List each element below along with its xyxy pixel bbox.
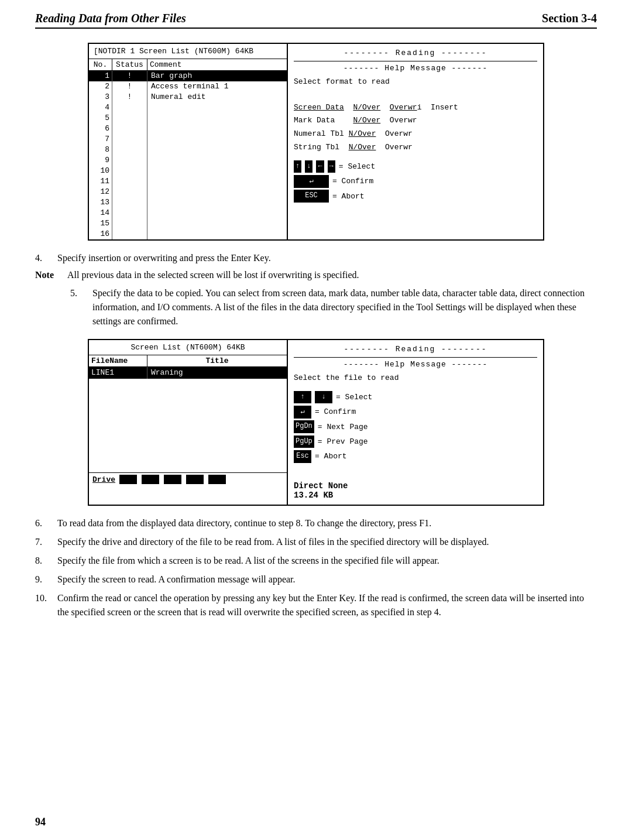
- right-key-icon: →: [328, 160, 335, 173]
- page-number: 94: [35, 816, 46, 828]
- screen2-header: Screen List (NT600M) 64KB: [89, 340, 287, 355]
- screen1-row: 3 ! Numeral edit: [89, 92, 287, 102]
- esc-key-icon: ESC: [294, 190, 329, 203]
- row-no: 10: [89, 166, 112, 176]
- step-num: 8.: [35, 554, 53, 568]
- step-num: 9.: [35, 572, 53, 587]
- step-text: To read data from the displayed data dir…: [57, 516, 431, 530]
- screen1-rows: 1 ! Bar graph 2 ! Access terminal 1 3 ! …: [89, 71, 287, 239]
- screen2-empty-rows: [89, 379, 287, 472]
- screen2-left-panel: Screen List (NT600M) 64KB FileName Title…: [89, 340, 288, 505]
- row-no: 12: [89, 187, 112, 197]
- bottom-step: 9. Specify the screen to read. A confirm…: [35, 572, 597, 587]
- row-comment: [147, 102, 287, 113]
- down-key-icon: ↓: [305, 160, 312, 173]
- screen-data-label: Screen Data: [294, 103, 344, 112]
- row-status: !: [112, 71, 147, 81]
- step-text: Specify the drive and directory of the f…: [57, 535, 489, 549]
- row-no: 7: [89, 134, 112, 145]
- key-icon: ↑: [294, 391, 311, 404]
- key-desc: = Select: [336, 390, 372, 404]
- row-status: [112, 197, 147, 208]
- drive-btn5[interactable]: [208, 475, 226, 484]
- enter-key-icon: ↵: [294, 175, 329, 188]
- screen1-right-panel: -------- Reading -------- ------- Help M…: [288, 44, 543, 239]
- abort-desc: = Abort: [332, 190, 365, 203]
- select-file-label: Select the file to read: [294, 372, 537, 385]
- drive-btn3[interactable]: [164, 475, 181, 484]
- drive-btn4[interactable]: [186, 475, 204, 484]
- step5-num: 5.: [70, 286, 88, 328]
- step-text: Specify the screen to read. A confirmati…: [57, 572, 296, 587]
- row-comment: [147, 166, 287, 176]
- row-comment: [147, 197, 287, 208]
- page-container: Reading Data from Other Files Section 3-…: [0, 0, 632, 840]
- drive-label: Drive: [92, 475, 116, 484]
- row-no: 8: [89, 145, 112, 155]
- format-line-2: Mark Data N/Over Overwr: [294, 115, 537, 127]
- row-comment: [147, 229, 287, 239]
- row-comment: [147, 208, 287, 218]
- row-no: 14: [89, 208, 112, 218]
- key-desc: = Abort: [315, 450, 347, 463]
- step4: 4. Specify insertion or overwriting and …: [35, 251, 597, 265]
- page-title: Reading Data from Other Files: [35, 12, 186, 25]
- key-icon: ↓: [315, 391, 332, 404]
- nover4-label: N/Over: [349, 143, 376, 152]
- key-row: PgUp = Prev Page: [294, 435, 537, 448]
- screen2-cols: FileName Title: [89, 355, 287, 367]
- key-row: ↑↓ = Select: [294, 390, 537, 404]
- note: Note All previous data in the selected s…: [35, 270, 597, 280]
- row-comment: Numeral edit: [147, 92, 287, 102]
- screen1-key-section: ↑↓←→ = Select ↵ = Confirm ESC = Abort: [294, 160, 537, 203]
- screen1-right-title: -------- Reading --------: [294, 49, 537, 57]
- row-status: [112, 229, 147, 239]
- row-comment: [147, 155, 287, 166]
- key-row-abort: ESC = Abort: [294, 190, 537, 203]
- step-num: 6.: [35, 516, 53, 530]
- screen1-cols: No. Status Comment: [89, 59, 287, 71]
- cell-filename: LINE1: [89, 367, 147, 379]
- left-key-icon: ←: [316, 160, 324, 173]
- row-comment: [147, 113, 287, 124]
- row-no: 4: [89, 102, 112, 113]
- row-comment: Access terminal 1: [147, 81, 287, 92]
- screen1-row: 5: [89, 113, 287, 124]
- key-desc: = Next Page: [318, 420, 368, 434]
- screen1-row: 7: [89, 134, 287, 145]
- screen2-help-msg: ------- Help Message -------: [294, 360, 537, 369]
- screen2-key-section: ↑↓ = Select↵ = ConfirmPgDn = Next PagePg…: [294, 390, 537, 464]
- row-status: [112, 102, 147, 113]
- nover3-label: N/Over: [349, 129, 376, 138]
- format-line-4: String Tbl N/Over Overwr: [294, 142, 537, 154]
- col-filename-label: FileName: [89, 355, 147, 366]
- step4-text: Specify insertion or overwriting and pre…: [57, 251, 271, 265]
- row-status: !: [112, 81, 147, 92]
- bottom-step: 6. To read data from the displayed data …: [35, 516, 597, 530]
- screen1-row: 2 ! Access terminal 1: [89, 81, 287, 92]
- screen1-row: 9: [89, 155, 287, 166]
- confirm-desc: = Confirm: [332, 174, 373, 188]
- section-label: Section 3-4: [542, 12, 597, 25]
- col-no-label: No.: [89, 59, 112, 70]
- page-header: Reading Data from Other Files Section 3-…: [35, 12, 597, 29]
- screen1-row: 14: [89, 208, 287, 218]
- row-comment: [147, 134, 287, 145]
- row-comment: [147, 218, 287, 229]
- col-title-label: Title: [147, 355, 287, 366]
- key-icon: Esc: [294, 450, 311, 463]
- key-icon: PgUp: [294, 436, 314, 448]
- screen1: [NOTDIR 1 Screen List (NT600M) 64KB No. …: [88, 43, 544, 241]
- row-status: [112, 145, 147, 155]
- row-status: [112, 218, 147, 229]
- screen1-row: 12: [89, 187, 287, 197]
- drive-btn1[interactable]: [119, 475, 137, 484]
- cell-title: Wraning: [147, 367, 287, 379]
- size-label: 13.24 KB: [294, 491, 537, 500]
- note-label: Note: [35, 270, 61, 280]
- screen1-row: 6: [89, 124, 287, 134]
- drive-btn2[interactable]: [142, 475, 159, 484]
- nover-label: N/Over: [353, 103, 380, 112]
- page-footer: 94: [35, 816, 46, 828]
- step5: 5. Specify the data to be copied. You ca…: [70, 286, 597, 328]
